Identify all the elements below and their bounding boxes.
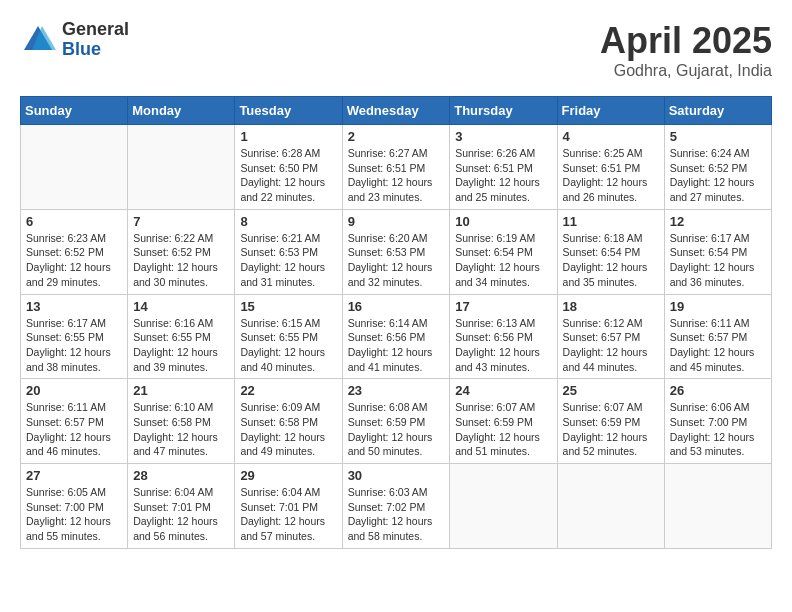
day-info: Sunrise: 6:15 AM Sunset: 6:55 PM Dayligh… (240, 316, 336, 375)
day-number: 22 (240, 383, 336, 398)
calendar-cell: 1Sunrise: 6:28 AM Sunset: 6:50 PM Daylig… (235, 125, 342, 210)
weekday-header-row: SundayMondayTuesdayWednesdayThursdayFrid… (21, 97, 772, 125)
day-info: Sunrise: 6:09 AM Sunset: 6:58 PM Dayligh… (240, 400, 336, 459)
calendar-cell: 13Sunrise: 6:17 AM Sunset: 6:55 PM Dayli… (21, 294, 128, 379)
day-number: 2 (348, 129, 445, 144)
calendar-cell: 15Sunrise: 6:15 AM Sunset: 6:55 PM Dayli… (235, 294, 342, 379)
title-block: April 2025 Godhra, Gujarat, India (600, 20, 772, 80)
calendar-cell (557, 464, 664, 549)
day-info: Sunrise: 6:18 AM Sunset: 6:54 PM Dayligh… (563, 231, 659, 290)
day-number: 24 (455, 383, 551, 398)
day-info: Sunrise: 6:13 AM Sunset: 6:56 PM Dayligh… (455, 316, 551, 375)
day-number: 19 (670, 299, 766, 314)
day-info: Sunrise: 6:24 AM Sunset: 6:52 PM Dayligh… (670, 146, 766, 205)
day-info: Sunrise: 6:25 AM Sunset: 6:51 PM Dayligh… (563, 146, 659, 205)
calendar-cell: 28Sunrise: 6:04 AM Sunset: 7:01 PM Dayli… (128, 464, 235, 549)
day-info: Sunrise: 6:10 AM Sunset: 6:58 PM Dayligh… (133, 400, 229, 459)
calendar-cell: 9Sunrise: 6:20 AM Sunset: 6:53 PM Daylig… (342, 209, 450, 294)
calendar-week-row: 6Sunrise: 6:23 AM Sunset: 6:52 PM Daylig… (21, 209, 772, 294)
day-number: 14 (133, 299, 229, 314)
day-number: 16 (348, 299, 445, 314)
day-number: 28 (133, 468, 229, 483)
day-info: Sunrise: 6:17 AM Sunset: 6:55 PM Dayligh… (26, 316, 122, 375)
day-info: Sunrise: 6:12 AM Sunset: 6:57 PM Dayligh… (563, 316, 659, 375)
calendar-cell: 6Sunrise: 6:23 AM Sunset: 6:52 PM Daylig… (21, 209, 128, 294)
day-number: 5 (670, 129, 766, 144)
calendar-cell: 2Sunrise: 6:27 AM Sunset: 6:51 PM Daylig… (342, 125, 450, 210)
calendar-cell: 16Sunrise: 6:14 AM Sunset: 6:56 PM Dayli… (342, 294, 450, 379)
logo-text: General Blue (62, 20, 129, 60)
day-number: 11 (563, 214, 659, 229)
day-info: Sunrise: 6:16 AM Sunset: 6:55 PM Dayligh… (133, 316, 229, 375)
calendar-cell: 14Sunrise: 6:16 AM Sunset: 6:55 PM Dayli… (128, 294, 235, 379)
day-info: Sunrise: 6:20 AM Sunset: 6:53 PM Dayligh… (348, 231, 445, 290)
logo-general: General (62, 20, 129, 40)
day-number: 7 (133, 214, 229, 229)
calendar-cell: 23Sunrise: 6:08 AM Sunset: 6:59 PM Dayli… (342, 379, 450, 464)
day-info: Sunrise: 6:28 AM Sunset: 6:50 PM Dayligh… (240, 146, 336, 205)
day-number: 3 (455, 129, 551, 144)
day-info: Sunrise: 6:22 AM Sunset: 6:52 PM Dayligh… (133, 231, 229, 290)
day-number: 8 (240, 214, 336, 229)
day-info: Sunrise: 6:08 AM Sunset: 6:59 PM Dayligh… (348, 400, 445, 459)
day-number: 10 (455, 214, 551, 229)
weekday-header-monday: Monday (128, 97, 235, 125)
month-title: April 2025 (600, 20, 772, 62)
calendar-cell (664, 464, 771, 549)
day-number: 27 (26, 468, 122, 483)
weekday-header-friday: Friday (557, 97, 664, 125)
calendar-cell: 8Sunrise: 6:21 AM Sunset: 6:53 PM Daylig… (235, 209, 342, 294)
day-number: 26 (670, 383, 766, 398)
logo-blue: Blue (62, 40, 129, 60)
logo-icon (20, 22, 56, 58)
day-number: 29 (240, 468, 336, 483)
day-number: 17 (455, 299, 551, 314)
calendar-cell: 3Sunrise: 6:26 AM Sunset: 6:51 PM Daylig… (450, 125, 557, 210)
calendar-cell: 25Sunrise: 6:07 AM Sunset: 6:59 PM Dayli… (557, 379, 664, 464)
logo: General Blue (20, 20, 129, 60)
day-info: Sunrise: 6:04 AM Sunset: 7:01 PM Dayligh… (240, 485, 336, 544)
calendar-cell: 18Sunrise: 6:12 AM Sunset: 6:57 PM Dayli… (557, 294, 664, 379)
day-number: 20 (26, 383, 122, 398)
day-info: Sunrise: 6:07 AM Sunset: 6:59 PM Dayligh… (455, 400, 551, 459)
day-info: Sunrise: 6:06 AM Sunset: 7:00 PM Dayligh… (670, 400, 766, 459)
day-info: Sunrise: 6:11 AM Sunset: 6:57 PM Dayligh… (670, 316, 766, 375)
calendar-cell: 26Sunrise: 6:06 AM Sunset: 7:00 PM Dayli… (664, 379, 771, 464)
calendar-cell: 5Sunrise: 6:24 AM Sunset: 6:52 PM Daylig… (664, 125, 771, 210)
day-info: Sunrise: 6:07 AM Sunset: 6:59 PM Dayligh… (563, 400, 659, 459)
calendar-week-row: 1Sunrise: 6:28 AM Sunset: 6:50 PM Daylig… (21, 125, 772, 210)
day-number: 30 (348, 468, 445, 483)
weekday-header-thursday: Thursday (450, 97, 557, 125)
day-number: 23 (348, 383, 445, 398)
calendar-cell: 24Sunrise: 6:07 AM Sunset: 6:59 PM Dayli… (450, 379, 557, 464)
calendar-cell: 29Sunrise: 6:04 AM Sunset: 7:01 PM Dayli… (235, 464, 342, 549)
calendar-cell: 10Sunrise: 6:19 AM Sunset: 6:54 PM Dayli… (450, 209, 557, 294)
calendar-cell: 7Sunrise: 6:22 AM Sunset: 6:52 PM Daylig… (128, 209, 235, 294)
day-number: 4 (563, 129, 659, 144)
calendar-cell (21, 125, 128, 210)
calendar-week-row: 27Sunrise: 6:05 AM Sunset: 7:00 PM Dayli… (21, 464, 772, 549)
day-info: Sunrise: 6:26 AM Sunset: 6:51 PM Dayligh… (455, 146, 551, 205)
calendar-cell: 20Sunrise: 6:11 AM Sunset: 6:57 PM Dayli… (21, 379, 128, 464)
day-info: Sunrise: 6:21 AM Sunset: 6:53 PM Dayligh… (240, 231, 336, 290)
weekday-header-saturday: Saturday (664, 97, 771, 125)
day-number: 6 (26, 214, 122, 229)
calendar-cell: 11Sunrise: 6:18 AM Sunset: 6:54 PM Dayli… (557, 209, 664, 294)
calendar-cell: 21Sunrise: 6:10 AM Sunset: 6:58 PM Dayli… (128, 379, 235, 464)
calendar-cell: 19Sunrise: 6:11 AM Sunset: 6:57 PM Dayli… (664, 294, 771, 379)
calendar-cell: 12Sunrise: 6:17 AM Sunset: 6:54 PM Dayli… (664, 209, 771, 294)
calendar-week-row: 20Sunrise: 6:11 AM Sunset: 6:57 PM Dayli… (21, 379, 772, 464)
day-info: Sunrise: 6:17 AM Sunset: 6:54 PM Dayligh… (670, 231, 766, 290)
day-number: 13 (26, 299, 122, 314)
day-info: Sunrise: 6:19 AM Sunset: 6:54 PM Dayligh… (455, 231, 551, 290)
calendar-cell: 4Sunrise: 6:25 AM Sunset: 6:51 PM Daylig… (557, 125, 664, 210)
weekday-header-wednesday: Wednesday (342, 97, 450, 125)
day-number: 1 (240, 129, 336, 144)
calendar-cell: 27Sunrise: 6:05 AM Sunset: 7:00 PM Dayli… (21, 464, 128, 549)
calendar-cell: 30Sunrise: 6:03 AM Sunset: 7:02 PM Dayli… (342, 464, 450, 549)
day-info: Sunrise: 6:11 AM Sunset: 6:57 PM Dayligh… (26, 400, 122, 459)
day-number: 18 (563, 299, 659, 314)
calendar-cell: 17Sunrise: 6:13 AM Sunset: 6:56 PM Dayli… (450, 294, 557, 379)
day-number: 9 (348, 214, 445, 229)
day-number: 12 (670, 214, 766, 229)
